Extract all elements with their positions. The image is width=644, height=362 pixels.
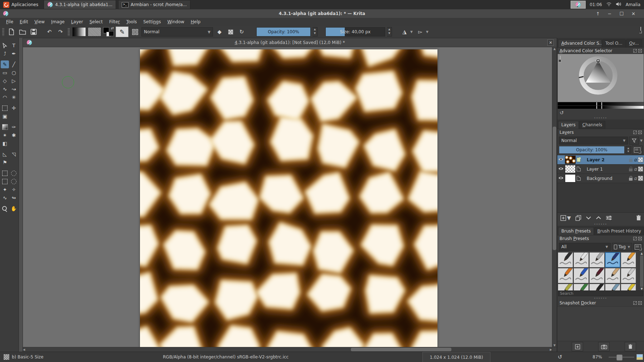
docker-splitter[interactable]: •••••• xyxy=(557,223,644,226)
tab-overview[interactable]: Ov... xyxy=(626,39,642,47)
layer-lock-icon[interactable] xyxy=(629,178,633,181)
eraser-mode-button[interactable]: ◆ xyxy=(215,27,224,36)
duplicate-layer-button[interactable] xyxy=(575,215,581,221)
line-tool[interactable]: ╱ xyxy=(10,60,18,68)
scroll-up-icon[interactable]: ▲ xyxy=(553,47,556,50)
document-tab-bar[interactable]: 4.3.1-alpha (git aba6da1): [Not Saved] (… xyxy=(23,38,557,47)
layer-visibility-icon[interactable] xyxy=(558,167,564,172)
menu-edit[interactable]: Edit xyxy=(16,18,31,26)
gradient-tool[interactable] xyxy=(1,123,9,131)
brush-presets-header[interactable]: Brush Presets xyxy=(557,235,644,242)
fill-tool[interactable]: ◧ xyxy=(1,140,9,147)
remove-snapshot-button[interactable] xyxy=(625,342,636,351)
multibrush-tool[interactable]: ✳ xyxy=(10,93,18,101)
redo-button[interactable]: ↷ xyxy=(56,27,65,36)
preset-tag-filter-select[interactable]: All ▼ xyxy=(559,243,611,251)
lightness-gradient-bar[interactable] xyxy=(602,106,644,109)
magnetic-selection-tool[interactable]: ↬ xyxy=(10,194,18,202)
menu-window[interactable]: Window xyxy=(164,18,187,26)
bezier-selection-tool[interactable]: ∿ xyxy=(1,194,9,202)
brush-preset-pen-white[interactable] xyxy=(573,252,589,268)
brush-preset-brush-orange[interactable] xyxy=(558,268,573,283)
brush-preset-pencil-dark-red[interactable] xyxy=(589,268,605,283)
calligraphy-tool[interactable]: ✒ xyxy=(10,50,18,58)
gradient-chooser[interactable] xyxy=(72,27,86,36)
size-spinner[interactable]: ▲▼ xyxy=(387,27,392,36)
taskbar-window-krita[interactable]: 4.3.1-alpha (git aba6da1... xyxy=(44,0,116,9)
bezier-curve-tool[interactable]: ∿ xyxy=(1,85,9,93)
search-input[interactable] xyxy=(558,290,643,296)
select-shapes-tool[interactable] xyxy=(1,41,9,49)
open-document-button[interactable] xyxy=(18,27,27,36)
pan-tool[interactable]: ✋ xyxy=(10,205,18,212)
canvas[interactable] xyxy=(140,49,437,347)
scroll-right-icon[interactable]: ▶ xyxy=(550,348,552,351)
layer-thumbnail[interactable] xyxy=(565,174,576,182)
rectangular-selection-tool[interactable] xyxy=(1,169,9,177)
memory-indicator-icon[interactable]: ↺ xyxy=(558,352,562,362)
opacity-slider[interactable]: Opacity: 100% xyxy=(256,27,311,36)
edit-shapes-tool[interactable]: ⤴ xyxy=(1,50,9,58)
text-tool[interactable]: T xyxy=(10,41,18,49)
brush-preset-pen-green[interactable] xyxy=(573,284,589,290)
color-history-icon[interactable]: ↺ xyxy=(560,110,564,116)
layer-row-background[interactable]: Backgroundα xyxy=(557,174,644,183)
transform-tool[interactable] xyxy=(1,104,9,112)
color-bar-black[interactable] xyxy=(558,102,596,106)
vertical-scroll-handle[interactable] xyxy=(553,127,556,250)
tray-krita-icon[interactable] xyxy=(571,1,586,9)
tab-layers[interactable]: Layers xyxy=(558,121,579,129)
preserve-alpha-button[interactable] xyxy=(226,27,235,36)
document-close-icon[interactable]: ✕ xyxy=(547,39,554,46)
snapshot-list[interactable] xyxy=(557,306,644,341)
brush-preset-pen-gray[interactable] xyxy=(589,252,605,268)
polygonal-selection-tool[interactable] xyxy=(1,177,9,185)
preset-scroll-handle[interactable] xyxy=(640,255,643,287)
move-layer-up-button[interactable] xyxy=(596,216,601,220)
menu-view[interactable]: View xyxy=(31,18,48,26)
chevron-down-icon[interactable]: ▼ xyxy=(567,215,571,221)
layer-lock-icon[interactable] xyxy=(629,159,633,162)
scroll-down-icon[interactable]: ▼ xyxy=(553,344,556,347)
scroll-up-icon[interactable]: ▲ xyxy=(640,252,643,255)
layer-alpha-icon[interactable]: α xyxy=(634,157,637,162)
brush-preset-pen-black2[interactable] xyxy=(589,284,605,290)
zoom-tool[interactable] xyxy=(1,205,9,212)
hue-ring-and-triangle[interactable] xyxy=(558,54,644,102)
docker-splitter[interactable]: •••••• xyxy=(557,297,644,300)
menu-select[interactable]: Select xyxy=(86,18,106,26)
color-selector-area[interactable] xyxy=(558,54,644,102)
layer-opacity-spinner[interactable]: ▲▼ xyxy=(626,146,631,154)
close-docker-icon[interactable] xyxy=(638,131,642,134)
pattern-chooser[interactable] xyxy=(88,27,101,36)
freehand-selection-tool[interactable] xyxy=(10,177,18,185)
crop-tool[interactable]: ▣ xyxy=(1,112,9,120)
maximize-button[interactable]: ☐ xyxy=(619,11,624,16)
color-sampler-tool[interactable]: ✑ xyxy=(10,123,18,131)
tag-button[interactable]: Tag ▼ xyxy=(612,243,632,251)
tab-advanced-color-selector[interactable]: Advanced Color S... xyxy=(558,39,602,47)
snapshot-docker-header[interactable]: Snapshot Docker xyxy=(557,300,644,306)
layer-blending-mode-select[interactable]: Normal ▼ xyxy=(559,137,628,145)
horizontal-scroll-handle[interactable] xyxy=(351,348,451,351)
layer-visibility-icon[interactable] xyxy=(558,157,564,162)
layer-inherit-alpha-icon[interactable] xyxy=(638,157,643,162)
applications-menu[interactable]: Aplicaciones xyxy=(0,0,42,9)
brush-presets-popup-button[interactable] xyxy=(130,27,140,36)
color-selector-settings-icon[interactable] xyxy=(560,56,561,61)
freehand-path-tool[interactable]: ↝ xyxy=(10,85,18,93)
taskbar-window-terminal[interactable]: >_ Armbian - scrot /home/a... xyxy=(118,0,190,9)
chevron-down-icon[interactable]: ▼ xyxy=(426,30,428,34)
close-docker-icon[interactable] xyxy=(638,301,642,305)
new-document-button[interactable] xyxy=(7,27,16,36)
float-docker-icon[interactable] xyxy=(633,49,637,53)
horizontal-scrollbar[interactable]: ◀ ▶ xyxy=(23,347,552,352)
layer-name[interactable]: Layer 2 xyxy=(582,157,628,162)
canvas-viewport[interactable] xyxy=(23,47,552,347)
close-docker-icon[interactable] xyxy=(638,49,642,53)
menu-layer[interactable]: Layer xyxy=(68,18,86,26)
reload-preset-button[interactable]: ↻ xyxy=(237,27,246,36)
polyline-tool[interactable]: ▷ xyxy=(10,77,18,85)
minimize-button[interactable]: − xyxy=(608,11,612,16)
move-layer-down-button[interactable] xyxy=(586,216,591,220)
